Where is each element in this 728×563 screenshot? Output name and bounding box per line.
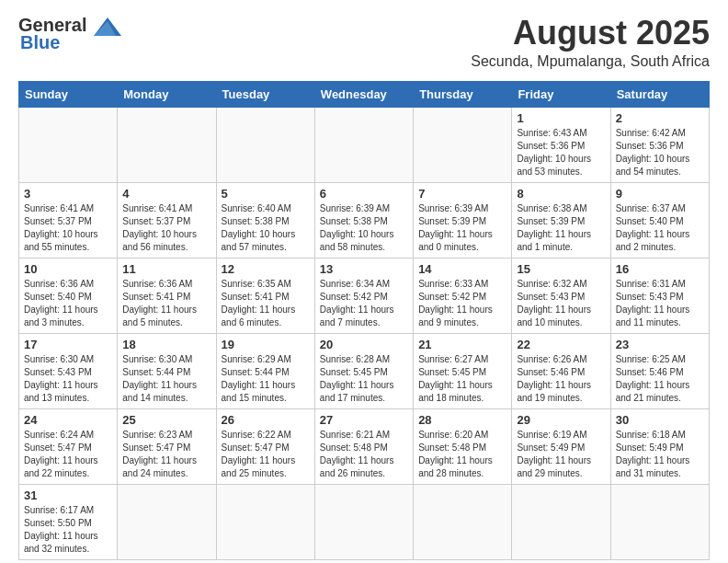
day-number: 2 [616,111,704,125]
calendar-cell: 23Sunrise: 6:25 AM Sunset: 5:46 PM Dayli… [610,333,709,408]
day-number: 4 [122,187,210,201]
day-number: 16 [616,262,704,276]
day-number: 31 [24,488,112,502]
calendar-cell: 29Sunrise: 6:19 AM Sunset: 5:49 PM Dayli… [512,408,610,484]
day-number: 1 [517,111,605,125]
day-number: 19 [222,338,310,351]
day-number: 18 [122,338,210,351]
day-info: Sunrise: 6:30 AM Sunset: 5:44 PM Dayligh… [122,353,210,405]
day-number: 22 [517,338,605,351]
calendar-cell: 7Sunrise: 6:39 AM Sunset: 5:39 PM Daylig… [414,182,512,258]
calendar-cell [512,484,610,559]
day-number: 6 [320,187,408,201]
day-info: Sunrise: 6:43 AM Sunset: 5:36 PM Dayligh… [517,127,605,178]
logo-text-blue: Blue [20,32,60,53]
calendar-cell: 1Sunrise: 6:43 AM Sunset: 5:36 PM Daylig… [512,107,610,182]
calendar-cell: 6Sunrise: 6:39 AM Sunset: 5:38 PM Daylig… [314,182,413,258]
day-number: 29 [517,413,605,427]
weekday-header-monday: Monday [118,81,216,107]
calendar-cell [216,484,314,559]
day-info: Sunrise: 6:38 AM Sunset: 5:39 PM Dayligh… [517,202,605,254]
weekday-header-sunday: Sunday [19,81,118,107]
calendar-cell: 27Sunrise: 6:21 AM Sunset: 5:48 PM Dayli… [314,408,413,484]
calendar-cell [118,107,216,182]
calendar-cell: 5Sunrise: 6:40 AM Sunset: 5:38 PM Daylig… [216,182,314,258]
day-info: Sunrise: 6:19 AM Sunset: 5:49 PM Dayligh… [517,429,605,480]
calendar-week-row: 1Sunrise: 6:43 AM Sunset: 5:36 PM Daylig… [19,107,710,182]
calendar-cell [118,484,216,559]
weekday-header-thursday: Thursday [414,81,512,107]
day-info: Sunrise: 6:42 AM Sunset: 5:36 PM Dayligh… [616,127,704,178]
day-info: Sunrise: 6:36 AM Sunset: 5:40 PM Dayligh… [24,278,112,329]
calendar-cell [414,107,512,182]
calendar-header: SundayMondayTuesdayWednesdayThursdayFrid… [19,81,710,107]
day-number: 24 [24,413,112,427]
logo: General Blue [18,15,125,53]
day-info: Sunrise: 6:23 AM Sunset: 5:47 PM Dayligh… [122,429,210,480]
calendar-cell: 15Sunrise: 6:32 AM Sunset: 5:43 PM Dayli… [512,258,610,333]
calendar-cell [610,484,709,559]
day-info: Sunrise: 6:31 AM Sunset: 5:43 PM Dayligh… [616,278,704,329]
day-number: 26 [222,413,310,427]
day-number: 17 [24,338,112,351]
day-number: 13 [320,262,408,276]
calendar-title-area: August 2025 Secunda, Mpumalanga, South A… [471,15,710,70]
calendar-week-row: 24Sunrise: 6:24 AM Sunset: 5:47 PM Dayli… [19,408,710,484]
day-number: 9 [616,187,704,201]
calendar-cell [19,107,118,182]
calendar-cell: 17Sunrise: 6:30 AM Sunset: 5:43 PM Dayli… [19,333,118,408]
day-number: 8 [517,187,605,201]
weekday-header-wednesday: Wednesday [314,81,413,107]
day-info: Sunrise: 6:20 AM Sunset: 5:48 PM Dayligh… [418,429,506,480]
day-info: Sunrise: 6:36 AM Sunset: 5:41 PM Dayligh… [122,278,210,329]
calendar-cell: 14Sunrise: 6:33 AM Sunset: 5:42 PM Dayli… [414,258,512,333]
weekday-header-saturday: Saturday [610,81,709,107]
calendar-cell: 28Sunrise: 6:20 AM Sunset: 5:48 PM Dayli… [414,408,512,484]
calendar-cell: 25Sunrise: 6:23 AM Sunset: 5:47 PM Dayli… [118,408,216,484]
calendar-cell: 2Sunrise: 6:42 AM Sunset: 5:36 PM Daylig… [610,107,709,182]
day-number: 14 [418,262,506,276]
calendar-cell [314,484,413,559]
day-info: Sunrise: 6:28 AM Sunset: 5:45 PM Dayligh… [320,353,408,405]
calendar-cell: 16Sunrise: 6:31 AM Sunset: 5:43 PM Dayli… [610,258,709,333]
day-info: Sunrise: 6:24 AM Sunset: 5:47 PM Dayligh… [24,429,112,480]
calendar-week-row: 3Sunrise: 6:41 AM Sunset: 5:37 PM Daylig… [19,182,710,258]
weekday-header-tuesday: Tuesday [216,81,314,107]
calendar-cell: 8Sunrise: 6:38 AM Sunset: 5:39 PM Daylig… [512,182,610,258]
day-info: Sunrise: 6:39 AM Sunset: 5:39 PM Dayligh… [418,202,506,254]
calendar-cell: 30Sunrise: 6:18 AM Sunset: 5:49 PM Dayli… [610,408,709,484]
calendar-cell: 12Sunrise: 6:35 AM Sunset: 5:41 PM Dayli… [216,258,314,333]
day-info: Sunrise: 6:32 AM Sunset: 5:43 PM Dayligh… [517,278,605,329]
day-number: 10 [24,262,112,276]
calendar-cell: 26Sunrise: 6:22 AM Sunset: 5:47 PM Dayli… [216,408,314,484]
calendar-cell: 19Sunrise: 6:29 AM Sunset: 5:44 PM Dayli… [216,333,314,408]
weekday-header-row: SundayMondayTuesdayWednesdayThursdayFrid… [19,81,710,107]
calendar-cell: 22Sunrise: 6:26 AM Sunset: 5:46 PM Dayli… [512,333,610,408]
day-info: Sunrise: 6:26 AM Sunset: 5:46 PM Dayligh… [517,353,605,405]
calendar-table: SundayMondayTuesdayWednesdayThursdayFrid… [18,81,710,560]
main-title: August 2025 [471,15,710,52]
day-number: 12 [222,262,310,276]
calendar-cell: 24Sunrise: 6:24 AM Sunset: 5:47 PM Dayli… [19,408,118,484]
calendar-cell: 21Sunrise: 6:27 AM Sunset: 5:45 PM Dayli… [414,333,512,408]
day-number: 15 [517,262,605,276]
day-info: Sunrise: 6:35 AM Sunset: 5:41 PM Dayligh… [222,278,310,329]
calendar-body: 1Sunrise: 6:43 AM Sunset: 5:36 PM Daylig… [19,107,710,559]
calendar-cell [216,107,314,182]
calendar-cell: 11Sunrise: 6:36 AM Sunset: 5:41 PM Dayli… [118,258,216,333]
day-info: Sunrise: 6:22 AM Sunset: 5:47 PM Dayligh… [222,429,310,480]
day-info: Sunrise: 6:21 AM Sunset: 5:48 PM Dayligh… [320,429,408,480]
day-info: Sunrise: 6:41 AM Sunset: 5:37 PM Dayligh… [122,202,210,254]
calendar-cell: 3Sunrise: 6:41 AM Sunset: 5:37 PM Daylig… [19,182,118,258]
day-number: 21 [418,338,506,351]
calendar-cell: 10Sunrise: 6:36 AM Sunset: 5:40 PM Dayli… [19,258,118,333]
day-info: Sunrise: 6:17 AM Sunset: 5:50 PM Dayligh… [24,504,112,556]
day-number: 20 [320,338,408,351]
day-info: Sunrise: 6:18 AM Sunset: 5:49 PM Dayligh… [616,429,704,480]
day-number: 7 [418,187,506,201]
calendar-cell: 20Sunrise: 6:28 AM Sunset: 5:45 PM Dayli… [314,333,413,408]
day-info: Sunrise: 6:40 AM Sunset: 5:38 PM Dayligh… [222,202,310,254]
sub-title: Secunda, Mpumalanga, South Africa [471,53,710,70]
calendar-cell: 31Sunrise: 6:17 AM Sunset: 5:50 PM Dayli… [19,484,118,559]
day-number: 25 [122,413,210,427]
